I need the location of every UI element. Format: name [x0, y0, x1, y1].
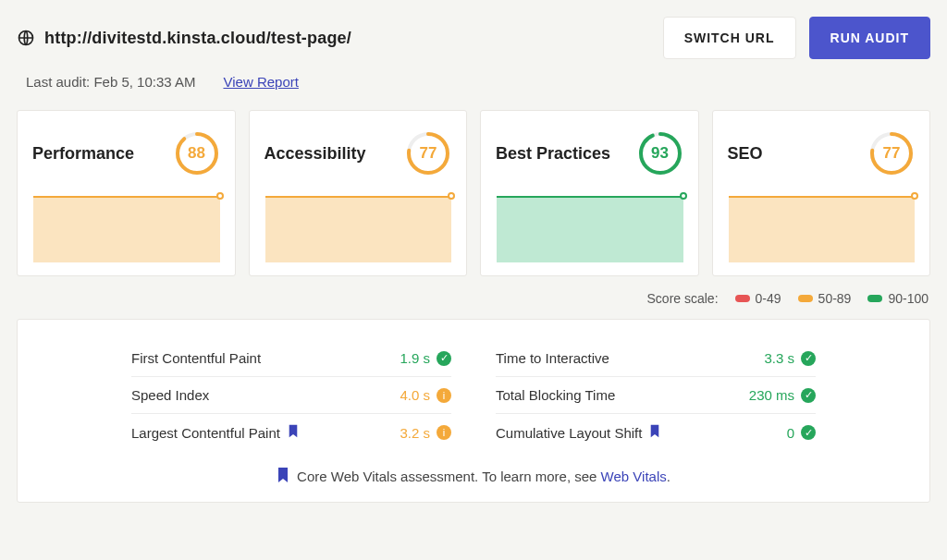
- score-card-accessibility[interactable]: Accessibility 77: [249, 110, 468, 276]
- card-title: SEO: [728, 144, 763, 164]
- metric-name: Largest Contentful Paint: [131, 425, 280, 441]
- score-value: 93: [637, 130, 683, 177]
- web-vitals-link[interactable]: Web Vitals: [601, 469, 667, 484]
- trend-chart: [32, 196, 220, 262]
- card-title: Performance: [32, 144, 134, 164]
- header-row: http://divitestd.kinsta.cloud/test-page/…: [17, 17, 930, 59]
- check-icon: ✓: [437, 351, 451, 366]
- last-audit-label: Last audit: Feb 5, 10:33 AM: [26, 74, 195, 90]
- trend-chart: [728, 196, 916, 262]
- switch-url-button[interactable]: SWITCH URL: [663, 17, 796, 59]
- score-card-best-practices[interactable]: Best Practices 93: [480, 110, 699, 276]
- metric-name: Total Blocking Time: [496, 387, 615, 403]
- check-icon: ✓: [801, 425, 816, 440]
- page-url: http://divitestd.kinsta.cloud/test-page/: [44, 29, 351, 48]
- metric-value: 4.0 s: [400, 387, 430, 403]
- legend-pill: [735, 295, 750, 302]
- metric-value: 3.3 s: [764, 350, 794, 366]
- score-value: 88: [174, 130, 220, 177]
- bookmark-icon: [649, 424, 660, 441]
- info-icon: i: [437, 425, 451, 440]
- footer-suffix: .: [667, 469, 670, 484]
- footer-text: Core Web Vitals assessment. To learn mor…: [297, 469, 600, 484]
- legend-range: 90-100: [888, 291, 929, 306]
- trend-chart: [264, 196, 452, 262]
- core-web-vitals-note: Core Web Vitals assessment. To learn mor…: [43, 468, 904, 485]
- legend-pill: [867, 295, 882, 302]
- metric-row: Speed Index 4.0 s i: [131, 377, 451, 414]
- metric-row: Time to Interactive 3.3 s ✓: [496, 340, 816, 377]
- check-icon: ✓: [801, 388, 816, 403]
- check-icon: ✓: [801, 351, 816, 366]
- score-scale-legend: Score scale: 0-4950-8990-100: [17, 291, 929, 306]
- metrics-panel: First Contentful Paint 1.9 s ✓ Speed Ind…: [17, 319, 930, 503]
- score-ring: 77: [405, 130, 451, 177]
- bookmark-icon: [277, 468, 289, 485]
- score-ring: 77: [868, 130, 915, 177]
- score-card-seo[interactable]: SEO 77: [712, 110, 931, 276]
- metric-value: 3.2 s: [400, 425, 430, 441]
- score-cards: Performance 88 Accessibility 77: [17, 110, 930, 276]
- legend-pill: [798, 295, 813, 302]
- legend-range: 0-49: [756, 291, 781, 306]
- score-value: 77: [405, 130, 451, 177]
- metric-name: Time to Interactive: [496, 350, 609, 366]
- metric-value: 0: [787, 425, 794, 441]
- legend-item-orange: 50-89: [798, 291, 852, 306]
- trend-chart: [496, 196, 683, 262]
- metric-value: 1.9 s: [400, 350, 430, 366]
- legend-label: Score scale:: [647, 291, 719, 306]
- bookmark-icon: [288, 424, 299, 441]
- metric-row: Largest Contentful Paint 3.2 s i: [131, 414, 451, 451]
- score-ring: 93: [637, 130, 683, 177]
- metric-name: First Contentful Paint: [131, 350, 261, 366]
- metric-row: Cumulative Layout Shift 0 ✓: [496, 414, 816, 451]
- metric-value: 230 ms: [749, 387, 794, 403]
- score-card-performance[interactable]: Performance 88: [17, 110, 236, 276]
- view-report-link[interactable]: View Report: [223, 74, 298, 90]
- run-audit-button[interactable]: RUN AUDIT: [809, 17, 930, 59]
- metric-row: First Contentful Paint 1.9 s ✓: [131, 340, 451, 377]
- info-icon: i: [437, 388, 451, 403]
- legend-item-red: 0-49: [735, 291, 781, 306]
- metric-name: Speed Index: [131, 387, 209, 403]
- legend-item-green: 90-100: [867, 291, 929, 306]
- score-value: 77: [868, 130, 915, 177]
- score-ring: 88: [174, 130, 220, 177]
- metric-name: Cumulative Layout Shift: [496, 425, 642, 441]
- card-title: Best Practices: [496, 144, 610, 164]
- globe-icon: [17, 29, 35, 47]
- legend-range: 50-89: [818, 291, 852, 306]
- metric-row: Total Blocking Time 230 ms ✓: [496, 377, 816, 414]
- card-title: Accessibility: [264, 144, 366, 164]
